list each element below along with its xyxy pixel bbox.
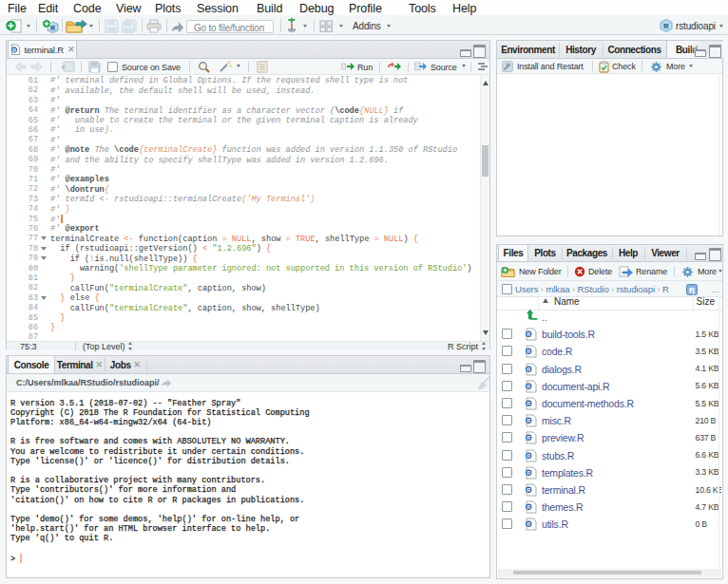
svg-text:R: R bbox=[527, 504, 530, 510]
svg-text:R: R bbox=[11, 47, 16, 53]
svg-text:R: R bbox=[663, 22, 669, 30]
svg-text:R: R bbox=[527, 453, 530, 459]
svg-text:R: R bbox=[527, 401, 530, 406]
svg-text:R: R bbox=[527, 470, 530, 476]
svg-text:R: R bbox=[527, 331, 530, 337]
svg-text:R: R bbox=[527, 367, 530, 372]
svg-text:R: R bbox=[527, 349, 530, 354]
svg-text:R: R bbox=[527, 384, 530, 389]
svg-text:R: R bbox=[50, 25, 55, 31]
svg-text:R: R bbox=[527, 435, 530, 441]
svg-text:R: R bbox=[527, 418, 530, 424]
svg-text:R: R bbox=[527, 487, 530, 493]
svg-text:R: R bbox=[527, 521, 530, 527]
